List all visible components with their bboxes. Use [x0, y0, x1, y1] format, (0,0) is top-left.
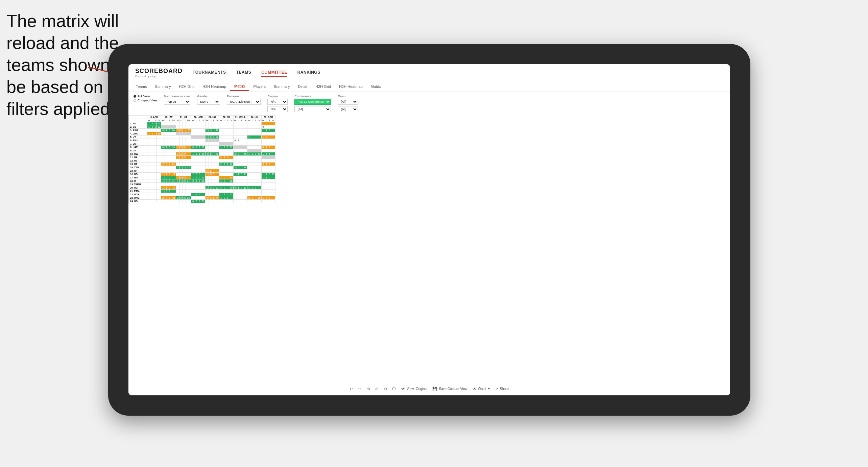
matrix-cell: 1: [247, 186, 251, 190]
matrix-cell: [271, 176, 275, 179]
division-select[interactable]: NCAA Division I NCAA Division II NCAA Di…: [227, 99, 261, 105]
nav-teams[interactable]: TEAMS: [236, 69, 251, 77]
conference-select-2[interactable]: (All): [294, 106, 331, 112]
matrix-cell: [191, 142, 195, 146]
matrix-cell: [233, 146, 237, 149]
matrix-cell: [201, 149, 205, 152]
matrix-cell: [157, 169, 161, 173]
subnav-detail[interactable]: Detail: [294, 82, 311, 91]
matrix-cell: 1: [237, 173, 240, 176]
zoom-in-btn[interactable]: ⊕: [375, 387, 379, 391]
matrix-cell: [257, 129, 261, 132]
subnav-summary2[interactable]: Summary: [270, 82, 294, 91]
matrix-cell: [247, 176, 251, 179]
matrix-cell: [268, 200, 271, 203]
matrix-cell: [254, 146, 257, 149]
subnav-teams[interactable]: Teams: [132, 82, 151, 91]
matrix-cell: [171, 139, 176, 142]
matrix-cell: [161, 200, 165, 203]
view-original-btn[interactable]: 👁 View: Original: [401, 387, 428, 391]
save-icon: 💾: [432, 387, 437, 391]
col-header-uu: 54. UU: [247, 116, 261, 119]
matrix-cell: [226, 125, 229, 129]
compact-view-radio[interactable]: Compact View: [134, 99, 157, 102]
nav-committee[interactable]: COMMITTEE: [261, 69, 287, 77]
matrix-cell: [154, 179, 157, 183]
subnav-h2h-grid2[interactable]: H2H Grid: [311, 82, 335, 91]
matrix-cell: [233, 132, 237, 136]
matrix-cell: [168, 200, 171, 203]
subnav-matrix[interactable]: Matrix: [230, 82, 249, 91]
nav-rankings[interactable]: RANKINGS: [297, 69, 320, 77]
matrix-cell: 4: [265, 196, 268, 200]
nav-tournaments[interactable]: TOURNAMENTS: [193, 69, 226, 77]
col-header-ucb: 22. UCB: [191, 116, 205, 119]
gender-select[interactable]: Men's Women's: [197, 99, 220, 105]
max-teams-select[interactable]: Top 25 Top 50 All: [164, 99, 191, 105]
sh-t4: T: [198, 119, 201, 122]
matrix-cell: [247, 159, 251, 163]
conference-select[interactable]: Pac-12 Conference (All): [294, 99, 331, 105]
matrix-cell: [219, 122, 223, 125]
matrix-cell: 0: [168, 146, 171, 149]
matrix-cell: [179, 159, 183, 163]
subnav-players[interactable]: Players: [249, 82, 270, 91]
matrix-cell: [254, 159, 257, 163]
full-view-radio[interactable]: Full View: [134, 95, 157, 98]
matrix-cell: [212, 142, 215, 146]
matrix-cell: 2: [176, 166, 180, 169]
team-label: Team: [338, 95, 358, 98]
matrix-cell: 1: [209, 152, 212, 156]
share-btn[interactable]: ↗ Share: [495, 387, 509, 391]
matrix-cell: [215, 169, 219, 173]
row-team-label: 24. UO: [129, 200, 147, 203]
reset-btn[interactable]: ⟲: [367, 387, 370, 391]
team-select-2[interactable]: (All): [338, 106, 358, 112]
matrix-cell: [215, 163, 219, 166]
matrix-cell: 29: [201, 200, 205, 203]
subnav-h2h-heatmap[interactable]: H2H Heatmap: [198, 82, 230, 91]
save-custom-view-btn[interactable]: 💾 Save Custom View: [432, 387, 467, 391]
matrix-cell: 15: [201, 146, 205, 149]
row-team-label: 16. UO: [129, 173, 147, 176]
matrix-cell: [226, 200, 229, 203]
matrix-cell: 2: [233, 152, 237, 156]
subnav-h2h-grid[interactable]: H2H Grid: [175, 82, 198, 91]
matrix-cell: [205, 200, 209, 203]
team-select[interactable]: (All): [338, 99, 358, 105]
matrix-cell: [183, 190, 186, 193]
clock-btn[interactable]: ⏱: [392, 387, 396, 391]
matrix-cell: 0: [261, 125, 265, 129]
row-team-label: 12. UV: [129, 159, 147, 163]
matrix-cell: [201, 163, 205, 166]
matrix-cell: 1: [191, 176, 195, 179]
matrix-cell: [243, 176, 247, 179]
matrix-cell: 0: [183, 146, 186, 149]
matrix-cell: [226, 129, 229, 132]
undo-btn[interactable]: ↩: [350, 387, 353, 391]
sh-d6: Dif: [229, 119, 233, 122]
redo-btn[interactable]: ↪: [358, 387, 362, 391]
matrix-cell: [195, 190, 198, 193]
matrix-cell: [186, 122, 191, 125]
region-select[interactable]: N/A (All): [267, 99, 288, 105]
subnav-h2h-heatmap2[interactable]: H2H Heatmap: [335, 82, 367, 91]
matrix-cell: [154, 200, 157, 203]
matrix-cell: [268, 125, 271, 129]
watch-btn[interactable]: 👁 Watch ▾: [473, 387, 490, 391]
matrix-container[interactable]: 3. ASU 10. UW 11. UA 22. UCB 24. UO 27. …: [128, 115, 730, 387]
subnav-matrix2[interactable]: Matrix: [367, 82, 385, 91]
matrix-cell: [257, 136, 261, 139]
zoom-out-btn[interactable]: ⊖: [384, 387, 387, 391]
region-select-2[interactable]: N/A: [267, 106, 288, 112]
bottom-toolbar: ↩ ↪ ⟲ ⊕ ⊖ ⏱ 👁 View: Original 💾 Save Cust…: [128, 382, 730, 395]
matrix-cell: 1: [247, 152, 251, 156]
matrix-cell: [254, 200, 257, 203]
matrix-cell: [191, 149, 195, 152]
matrix-cell: [191, 129, 195, 132]
matrix-cell: [223, 139, 226, 142]
matrix-cell: [240, 190, 243, 193]
compact-view-dot: [134, 99, 136, 102]
subnav-summary[interactable]: Summary: [151, 82, 175, 91]
matrix-cell: [251, 132, 254, 136]
